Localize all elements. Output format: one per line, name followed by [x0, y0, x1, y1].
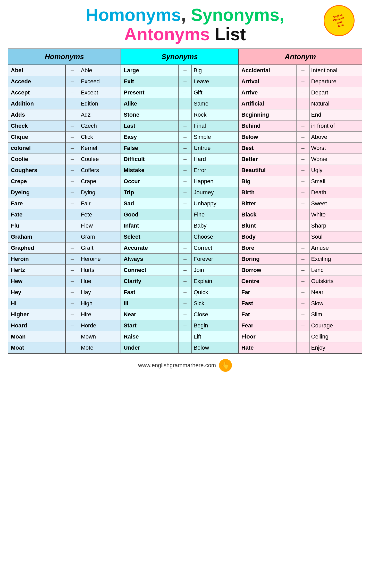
- synonym-word: Large: [121, 65, 178, 76]
- antonym-pair: Courage: [309, 320, 362, 331]
- homonym-word: Abel: [8, 65, 65, 76]
- synonym-pair: Hard: [192, 154, 238, 165]
- homonym-word: Higher: [8, 309, 65, 320]
- homonym-pair: Graft: [79, 242, 121, 253]
- antonym-word: Blunt: [239, 220, 296, 231]
- homonym-pair: Edition: [79, 98, 121, 109]
- antonym-word: Below: [239, 131, 296, 142]
- synonym-word: Accurate: [121, 242, 178, 253]
- title-line-1: Homonyms, Synonyms,: [8, 5, 362, 25]
- synonym-dash: –: [178, 264, 192, 276]
- homonym-pair: Mote: [79, 342, 121, 353]
- antonym-dash: –: [296, 176, 309, 187]
- table-row: Clique – Click Easy – Simple Below – Abo…: [8, 131, 362, 142]
- antonym-pair: Ugly: [309, 165, 362, 176]
- antonym-pair: Exciting: [309, 253, 362, 264]
- antonym-pair: Sweet: [309, 198, 362, 209]
- synonym-dash: –: [178, 98, 192, 109]
- antonym-word: Fear: [239, 320, 296, 331]
- antonym-pair: in front of: [309, 120, 362, 131]
- homonym-pair: Exceed: [79, 76, 121, 87]
- antonym-pair: Soul: [309, 231, 362, 242]
- table-row: Addition – Edition Alike – Same Artifici…: [8, 98, 362, 109]
- homonym-pair: Dying: [79, 187, 121, 198]
- title-line-2: Antonyms List: [8, 25, 362, 44]
- synonym-word: Connect: [121, 264, 178, 276]
- antonym-dash: –: [296, 131, 309, 142]
- antonym-pair: Sharp: [309, 220, 362, 231]
- synonyms-header: Synonyms: [121, 49, 239, 65]
- synonym-pair: Untrue: [192, 142, 238, 154]
- table-row: Check – Czech Last – Final Behind – in f…: [8, 120, 362, 131]
- antonym-pair: Near: [309, 287, 362, 298]
- homonym-word: Heroin: [8, 253, 65, 264]
- synonym-pair: Below: [192, 342, 238, 353]
- synonym-dash: –: [178, 109, 192, 120]
- logo: EnglishGrammarHere.Com: [324, 5, 355, 36]
- homonym-pair: Hire: [79, 309, 121, 320]
- antonym-word: Boring: [239, 253, 296, 264]
- homonym-word: Accept: [8, 87, 65, 98]
- homonym-word: Fate: [8, 209, 65, 220]
- antonym-word: Fast: [239, 298, 296, 309]
- homonym-word: Coughers: [8, 165, 65, 176]
- antonym-pair: Ceiling: [309, 331, 362, 342]
- synonym-pair: Explain: [192, 276, 238, 287]
- antonym-word: Centre: [239, 276, 296, 287]
- antonym-word: Behind: [239, 120, 296, 131]
- homonym-word: colonel: [8, 142, 65, 154]
- antonym-pair: Natural: [309, 98, 362, 109]
- homonym-pair: Click: [79, 131, 121, 142]
- table-row: Accept – Except Present – Gift Arrive – …: [8, 87, 362, 98]
- synonym-word: Raise: [121, 331, 178, 342]
- homonym-word: Accede: [8, 76, 65, 87]
- synonym-dash: –: [178, 165, 192, 176]
- antonym-pair: Slow: [309, 298, 362, 309]
- antonym-word: Beginning: [239, 109, 296, 120]
- antonym-word: Bitter: [239, 198, 296, 209]
- homonym-word: Hi: [8, 298, 65, 309]
- antonym-dash: –: [296, 331, 309, 342]
- antonym-dash: –: [296, 65, 309, 76]
- homonym-dash: –: [65, 165, 79, 176]
- antonym-word: Better: [239, 154, 296, 165]
- synonym-pair: Journey: [192, 187, 238, 198]
- antonym-word: Hate: [239, 342, 296, 353]
- synonym-word: Alike: [121, 98, 178, 109]
- homonym-word: Check: [8, 120, 65, 131]
- synonym-pair: Sick: [192, 298, 238, 309]
- antonym-word: Accidental: [239, 65, 296, 76]
- synonym-pair: Quick: [192, 287, 238, 298]
- synonym-pair: Same: [192, 98, 238, 109]
- antonym-dash: –: [296, 87, 309, 98]
- antonym-dash: –: [296, 342, 309, 353]
- synonym-dash: –: [178, 287, 192, 298]
- homonym-word: Moat: [8, 342, 65, 353]
- homonym-dash: –: [65, 242, 79, 253]
- synonym-pair: Correct: [192, 242, 238, 253]
- synonym-word: Near: [121, 309, 178, 320]
- main-table: Homonyms Synonyms Antonym Abel – Able La…: [8, 49, 362, 354]
- homonym-pair: Crape: [79, 176, 121, 187]
- homonym-dash: –: [65, 65, 79, 76]
- synonym-pair: Big: [192, 65, 238, 76]
- synonym-dash: –: [178, 154, 192, 165]
- antonym-pair: Depart: [309, 87, 362, 98]
- homonym-dash: –: [65, 198, 79, 209]
- antonym-dash: –: [296, 165, 309, 176]
- homonym-pair: Horde: [79, 320, 121, 331]
- homonym-word: Hey: [8, 287, 65, 298]
- antonym-dash: –: [296, 220, 309, 231]
- synonym-dash: –: [178, 298, 192, 309]
- antonym-pair: Death: [309, 187, 362, 198]
- homonym-dash: –: [65, 253, 79, 264]
- synonym-word: Clarify: [121, 276, 178, 287]
- homonym-word: Moan: [8, 331, 65, 342]
- synonym-word: Last: [121, 120, 178, 131]
- table-row: Fare – Fair Sad – Unhappy Bitter – Sweet: [8, 198, 362, 209]
- table-row: Fate – Fete Good – Fine Black – White: [8, 209, 362, 220]
- homonym-word: Addition: [8, 98, 65, 109]
- synonym-word: Present: [121, 87, 178, 98]
- title-homonyms: Homonyms: [86, 5, 181, 25]
- synonym-pair: Forever: [192, 253, 238, 264]
